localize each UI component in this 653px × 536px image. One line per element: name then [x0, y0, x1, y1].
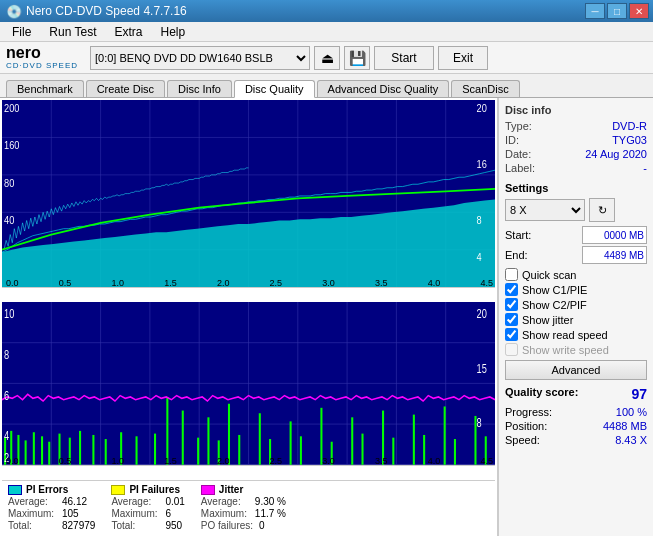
- tab-scandisc[interactable]: ScanDisc: [451, 80, 519, 97]
- id-label: ID:: [505, 134, 519, 146]
- settings-title: Settings: [505, 182, 647, 194]
- chart-area: 200 160 80 40 20 16 8 4 0.0 0.5 1.0 1.5 …: [0, 98, 498, 536]
- svg-text:40: 40: [4, 214, 15, 226]
- svg-text:160: 160: [4, 140, 20, 152]
- show-write-speed-checkbox[interactable]: [505, 343, 518, 356]
- top-chart-svg: 200 160 80 40 20 16 8 4: [2, 100, 495, 287]
- bottom-chart-svg: 10 8 6 4 2 20 15 8: [2, 302, 495, 465]
- start-label: Start:: [505, 229, 531, 241]
- svg-text:200: 200: [4, 102, 20, 114]
- app-title: Nero CD-DVD Speed 4.7.7.16: [26, 4, 187, 18]
- show-c2-pif-checkbox[interactable]: [505, 298, 518, 311]
- jitter-label: Jitter: [219, 484, 243, 495]
- start-button[interactable]: Start: [374, 46, 434, 70]
- disc-info-title: Disc info: [505, 104, 647, 116]
- legend-jitter: Jitter Average: 9.30 % Maximum: 11.7 % P…: [201, 484, 286, 531]
- date-label: Date:: [505, 148, 531, 160]
- quick-scan-checkbox[interactable]: [505, 268, 518, 281]
- tab-benchmark[interactable]: Benchmark: [6, 80, 84, 97]
- menu-extra[interactable]: Extra: [106, 23, 150, 41]
- disc-label-value: -: [643, 162, 647, 174]
- quick-scan-label: Quick scan: [522, 269, 576, 281]
- show-jitter-checkbox[interactable]: [505, 313, 518, 326]
- speed-selector[interactable]: 8 X: [505, 199, 585, 221]
- menu-help[interactable]: Help: [153, 23, 194, 41]
- legend-pi-failures: PI Failures Average: 0.01 Maximum: 6 Tot…: [111, 484, 184, 531]
- quality-score-value: 97: [631, 386, 647, 402]
- svg-rect-51: [166, 397, 168, 465]
- show-read-speed-checkbox[interactable]: [505, 328, 518, 341]
- show-jitter-label: Show jitter: [522, 314, 573, 326]
- show-read-speed-label: Show read speed: [522, 329, 608, 341]
- maximize-button[interactable]: □: [607, 3, 627, 19]
- minimize-button[interactable]: ─: [585, 3, 605, 19]
- svg-text:4: 4: [4, 429, 9, 443]
- type-label: Type:: [505, 120, 532, 132]
- tab-create-disc[interactable]: Create Disc: [86, 80, 165, 97]
- refresh-button[interactable]: ↻: [589, 198, 615, 222]
- position-label: Position:: [505, 420, 547, 432]
- jitter-color: [201, 485, 215, 495]
- id-value: TYG03: [612, 134, 647, 146]
- legend-area: PI Errors Average: 46.12 Maximum: 105 To…: [2, 480, 495, 534]
- tab-disc-quality[interactable]: Disc Quality: [234, 80, 315, 98]
- disc-label-label: Label:: [505, 162, 535, 174]
- svg-text:20: 20: [477, 102, 488, 114]
- titlebar-buttons: ─ □ ✕: [585, 3, 649, 19]
- svg-text:4: 4: [477, 252, 483, 264]
- end-label: End:: [505, 249, 528, 261]
- drive-selector[interactable]: [0:0] BENQ DVD DD DW1640 BSLB: [90, 46, 310, 70]
- pi-failures-label: PI Failures: [129, 484, 180, 495]
- show-c2-pif-label: Show C2/PIF: [522, 299, 587, 311]
- close-button[interactable]: ✕: [629, 3, 649, 19]
- type-value: DVD-R: [612, 120, 647, 132]
- start-input[interactable]: [582, 226, 647, 244]
- app-icon: 💿: [6, 4, 22, 19]
- progress-label: Progress:: [505, 406, 552, 418]
- progress-value: 100 %: [616, 406, 647, 418]
- svg-text:8: 8: [477, 214, 483, 226]
- pi-errors-color: [8, 485, 22, 495]
- svg-text:16: 16: [477, 158, 488, 170]
- svg-text:8: 8: [477, 416, 482, 430]
- main-content: 200 160 80 40 20 16 8 4 0.0 0.5 1.0 1.5 …: [0, 98, 653, 536]
- nero-brand-text: nero: [6, 45, 78, 61]
- speed-value: 8.43 X: [615, 434, 647, 446]
- menu-run-test[interactable]: Run Test: [41, 23, 104, 41]
- save-button[interactable]: 💾: [344, 46, 370, 70]
- menubar: File Run Test Extra Help: [0, 22, 653, 42]
- position-value: 4488 MB: [603, 420, 647, 432]
- eject-button[interactable]: ⏏: [314, 46, 340, 70]
- pi-failures-color: [111, 485, 125, 495]
- svg-text:15: 15: [477, 361, 487, 375]
- tabs-bar: Benchmark Create Disc Disc Info Disc Qua…: [0, 74, 653, 98]
- show-write-speed-label: Show write speed: [522, 344, 609, 356]
- nero-logo: nero CD·DVD SPEED: [6, 45, 78, 70]
- svg-text:6: 6: [4, 389, 9, 403]
- svg-text:10: 10: [4, 307, 14, 321]
- titlebar: 💿 Nero CD-DVD Speed 4.7.7.16 ─ □ ✕: [0, 0, 653, 22]
- right-panel: Disc info Type: DVD-R ID: TYG03 Date: 24…: [498, 98, 653, 536]
- show-c1-pie-label: Show C1/PIE: [522, 284, 587, 296]
- legend-pi-errors: PI Errors Average: 46.12 Maximum: 105 To…: [8, 484, 95, 531]
- end-input[interactable]: [582, 246, 647, 264]
- date-value: 24 Aug 2020: [585, 148, 647, 160]
- show-c1-pie-checkbox[interactable]: [505, 283, 518, 296]
- titlebar-title: 💿 Nero CD-DVD Speed 4.7.7.16: [6, 4, 187, 19]
- speed-label: Speed:: [505, 434, 540, 446]
- menu-file[interactable]: File: [4, 23, 39, 41]
- tab-disc-info[interactable]: Disc Info: [167, 80, 232, 97]
- quality-score-label: Quality score:: [505, 386, 578, 402]
- nero-sub-text: CD·DVD SPEED: [6, 61, 78, 70]
- exit-button[interactable]: Exit: [438, 46, 488, 70]
- svg-text:80: 80: [4, 177, 15, 189]
- tab-advanced-disc-quality[interactable]: Advanced Disc Quality: [317, 80, 450, 97]
- svg-text:20: 20: [477, 307, 487, 321]
- svg-text:8: 8: [4, 348, 9, 362]
- advanced-button[interactable]: Advanced: [505, 360, 647, 380]
- pi-errors-label: PI Errors: [26, 484, 68, 495]
- toolbar: nero CD·DVD SPEED [0:0] BENQ DVD DD DW16…: [0, 42, 653, 74]
